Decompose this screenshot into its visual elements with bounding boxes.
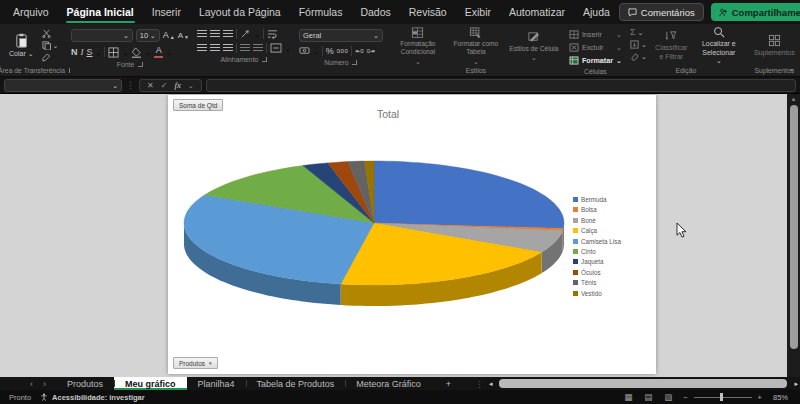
underline-button[interactable]: S [87, 48, 93, 57]
zoom-slider-thumb[interactable] [720, 393, 723, 401]
align-right-button[interactable] [223, 44, 233, 52]
wrap-text-button[interactable] [267, 29, 278, 39]
collapse-ribbon-button[interactable]: ⌄ [788, 64, 795, 73]
value-field-button[interactable]: Soma de Qtd [173, 99, 223, 111]
menu-tab-automatizar[interactable]: Automatizar [500, 0, 574, 24]
menu-tab-exibir[interactable]: Exibir [456, 0, 500, 24]
align-left-button[interactable] [197, 44, 207, 52]
cut-button[interactable] [42, 29, 59, 38]
hscroll-right-button[interactable]: ▸ [794, 380, 798, 388]
name-box[interactable]: ⌄ [4, 79, 122, 92]
vertical-scroll-thumb[interactable] [790, 105, 798, 349]
sheet-tab-tabela-de-produtos[interactable]: Tabela de Produtos [246, 377, 346, 390]
autosum-button[interactable]: Σ ⌄ [630, 28, 647, 37]
borders-button[interactable] [108, 47, 119, 58]
legend-item[interactable]: Jaqueta [573, 258, 621, 265]
clear-button[interactable]: ⌄ [630, 52, 647, 61]
insert-cells-button[interactable]: Inserir ⌄ [569, 29, 622, 40]
legend-item[interactable]: Boné [573, 217, 621, 224]
legend-item[interactable]: Calça [573, 227, 621, 234]
zoom-in-button[interactable]: + [758, 393, 762, 402]
sort-filter-button[interactable]: Classificar e Filtrar [651, 27, 692, 65]
increase-decimal-button[interactable]: ↞0 [355, 48, 363, 54]
find-select-button[interactable]: Localizar e Selecionar ⌄ [696, 27, 742, 65]
percent-style-button[interactable]: % [326, 47, 334, 56]
conditional-formatting-button[interactable]: Formatação Condicional ⌄ [391, 27, 445, 65]
sheet-tab-meu-gr-fico[interactable]: Meu gráfico [114, 377, 187, 390]
previous-sheet-button[interactable]: ‹ [30, 379, 33, 389]
sheet-tab-meteora-gr-fico[interactable]: Meteora Gráfico [345, 377, 432, 390]
next-sheet-button[interactable]: › [43, 379, 46, 389]
sheet-options-icon[interactable]: ⋮ [475, 379, 484, 389]
normal-view-button[interactable]: ▦ [624, 392, 632, 402]
orientation-button[interactable] [240, 29, 251, 39]
decrease-font-button[interactable]: A▼ [178, 32, 189, 40]
page-break-view-button[interactable]: ▨ [664, 392, 672, 402]
legend-item[interactable]: Vestido [573, 290, 621, 297]
sheet-tab-planilha4[interactable]: Planilha4 [187, 377, 246, 390]
menu-tab-ajuda[interactable]: Ajuda [574, 0, 619, 24]
legend-item[interactable]: Camiseta Lisa [573, 238, 621, 245]
formula-input[interactable] [206, 79, 796, 92]
confirm-entry-button[interactable]: ✓ [161, 81, 168, 90]
align-bottom-button[interactable] [223, 30, 233, 38]
fill-button[interactable]: ⌄ [630, 40, 647, 49]
format-cells-button[interactable]: Formatar ⌄ [569, 55, 622, 66]
chart-legend[interactable]: BermudaBolsaBonéCalçaCamiseta LisaCintoJ… [573, 196, 621, 297]
legend-item[interactable]: Óculos [573, 269, 621, 276]
chart-sheet[interactable]: Soma de Qtd Total BermudaBolsaBonéCalçaC… [168, 95, 656, 374]
align-top-button[interactable] [197, 30, 207, 38]
align-center-button[interactable] [210, 44, 220, 52]
decrease-indent-button[interactable] [240, 44, 250, 52]
dialog-launcher-icon[interactable] [138, 62, 143, 67]
comma-style-button[interactable]: 000 [337, 48, 349, 54]
font-color-button[interactable]: A [154, 46, 163, 58]
dialog-launcher-icon[interactable] [262, 57, 267, 62]
cell-styles-button[interactable]: Estilos de Célula ⌄ [507, 27, 561, 65]
zoom-out-button[interactable]: − [683, 393, 687, 402]
italic-button[interactable]: I [81, 48, 84, 57]
increase-indent-button[interactable] [253, 44, 263, 52]
pie-chart[interactable] [168, 123, 588, 337]
zoom-level[interactable]: 85% [773, 393, 791, 402]
format-painter-button[interactable] [42, 53, 59, 62]
menu-tab-layout-da-p-gina[interactable]: Layout da Página [190, 0, 290, 24]
increase-font-button[interactable]: A▲ [163, 31, 175, 40]
align-middle-button[interactable] [210, 30, 220, 38]
legend-item[interactable]: Cinto [573, 248, 621, 255]
legend-item[interactable]: Bolsa [573, 206, 621, 213]
comments-button[interactable]: Comentários [619, 3, 704, 21]
zoom-slider[interactable] [694, 397, 752, 398]
sheet-tab-produtos[interactable]: Produtos [56, 377, 114, 390]
accessibility-status[interactable]: Acessibilidade: investigar [40, 393, 145, 402]
font-name-select[interactable]: ⌄ [71, 29, 133, 42]
insert-function-button[interactable]: fx [174, 80, 181, 90]
menu-tab-arquivo[interactable]: Arquivo [4, 0, 58, 24]
format-as-table-button[interactable]: Formatar como Tabela ⌄ [449, 27, 503, 65]
addins-button[interactable]: Suplementos [750, 27, 799, 65]
hscroll-left-button[interactable]: ◂ [489, 380, 493, 388]
accounting-format-button[interactable] [299, 46, 310, 56]
bold-button[interactable]: N [71, 48, 78, 57]
axis-field-button[interactable]: Produtos ▾ [173, 357, 218, 369]
menu-tab-p-gina-inicial[interactable]: Página Inicial [58, 0, 143, 24]
add-sheet-button[interactable]: + [432, 377, 465, 390]
copy-button[interactable]: ⌄ [42, 41, 59, 50]
dialog-launcher-icon[interactable] [352, 60, 357, 65]
page-layout-view-button[interactable]: ▤ [644, 392, 652, 402]
menu-tab-revis-o[interactable]: Revisão [400, 0, 456, 24]
legend-item[interactable]: Tênis [573, 279, 621, 286]
menu-tab-f-rmulas[interactable]: Fórmulas [290, 0, 352, 24]
legend-item[interactable]: Bermuda [573, 196, 621, 203]
fill-color-button[interactable] [131, 47, 142, 58]
cancel-entry-button[interactable]: ✕ [147, 81, 154, 90]
share-button[interactable]: Compartilhamento ⌄ [711, 3, 800, 21]
merge-center-button[interactable] [270, 43, 282, 53]
number-format-select[interactable]: Geral⌄ [299, 29, 383, 42]
horizontal-scroll-thumb[interactable] [499, 379, 787, 388]
font-size-select[interactable]: 10⌄ [136, 29, 160, 42]
menu-tab-dados[interactable]: Dados [351, 0, 399, 24]
decrease-decimal-button[interactable]: 0↠ [367, 48, 375, 54]
chart-title[interactable]: Total [263, 108, 513, 120]
vertical-scrollbar[interactable]: ▲ [787, 94, 800, 377]
